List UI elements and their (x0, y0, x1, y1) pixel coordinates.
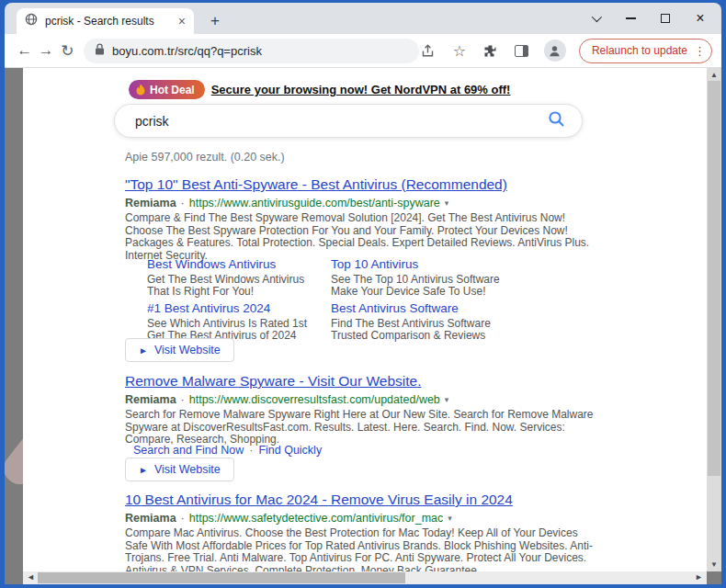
search-box (114, 104, 583, 138)
tab-title: pcrisk - Search results (45, 15, 171, 28)
chevron-down-icon[interactable]: ▾ (445, 198, 449, 208)
dot-separator: · (249, 444, 253, 457)
arrow-right-icon: ► (139, 345, 148, 356)
result-1-meta: Remiama · https://www.antivirusguide.com… (125, 197, 599, 209)
sponsored-label: Remiama (125, 512, 176, 525)
result-3-url: https://www.safetydetective.com/antiviru… (189, 512, 444, 525)
globe-icon (25, 13, 38, 29)
visit-website-button-2[interactable]: ► Visit Website (125, 458, 234, 481)
result-1-title-link[interactable]: "Top 10" Best Anti-Spyware - Best Antivi… (125, 176, 507, 193)
horizontal-scrollbar[interactable]: ◄ ► (23, 571, 707, 584)
scroll-up-icon[interactable]: ▲ (707, 71, 721, 79)
visit-website-button-1[interactable]: ► Visit Website (125, 338, 234, 362)
dot-separator: · (181, 512, 185, 525)
reload-icon[interactable]: ↻ (57, 39, 78, 62)
result-1-url: https://www.antivirusguide.com/best/anti… (189, 197, 440, 209)
scroll-left-icon[interactable]: ◄ (27, 572, 35, 582)
browser-window: pcrisk - Search results × + × ← → ↻ boyu… (0, 0, 726, 588)
result-3-description: Compare Mac Antivirus. Choose the Best P… (125, 527, 599, 571)
result-3-meta: Remiama · https://www.safetydetective.co… (125, 512, 599, 525)
sponsored-label: Remiama (125, 393, 176, 406)
search-icon[interactable] (548, 110, 565, 131)
tab-close-icon[interactable]: × (178, 15, 186, 28)
bookmark-star-icon[interactable]: ☆ (450, 41, 469, 60)
result-2-extra-links: Search and Find Now · Find Quickly (133, 444, 322, 457)
hot-deal-label: Hot Deal (150, 84, 195, 96)
search-results-page: Hot Deal Secure your browsing now! Get N… (23, 68, 707, 571)
new-tab-button[interactable]: + (204, 10, 226, 32)
hot-deal-badge: Hot Deal (129, 80, 205, 99)
tab-strip: pcrisk - Search results × + × (5, 3, 721, 34)
result-2: Remove Malware Spyware - Visit Our Websi… (125, 373, 599, 447)
sublink-item: Best Windows Antivirus Get The Best Wind… (147, 255, 331, 300)
address-bar[interactable]: boyu.com.tr/src/qq?q=pcrisk (84, 39, 419, 63)
tab-pcrisk[interactable]: pcrisk - Search results × (17, 8, 194, 34)
sublink-item: #1 Best Antivirus 2024 See Which Antivir… (147, 300, 331, 344)
sublink-description: Find The Best Antivirus Software Trusted… (331, 318, 505, 342)
arrow-right-icon: ► (139, 465, 148, 475)
back-icon[interactable]: ← (14, 39, 35, 62)
result-2-title-link[interactable]: Remove Malware Spyware - Visit Our Websi… (125, 373, 421, 390)
extra-link[interactable]: Search and Find Now (133, 444, 244, 457)
hot-deal-banner: Hot Deal Secure your browsing now! Get N… (129, 80, 510, 99)
sublink-description: See The Top 10 Antivirus Software Make Y… (331, 274, 505, 298)
scroll-right-icon[interactable]: ► (695, 572, 703, 582)
visit-website-label: Visit Website (154, 463, 221, 476)
close-window-button[interactable]: × (683, 3, 718, 34)
result-1: "Top 10" Best Anti-Spyware - Best Antivi… (125, 176, 599, 262)
sublink-title-link[interactable]: Best Antivirus Software (331, 301, 459, 315)
chevron-down-icon[interactable]: ▾ (445, 395, 449, 404)
side-panel-icon[interactable] (513, 41, 531, 60)
result-3-title-link[interactable]: 10 Best Antivirus for Mac 2024 - Remove … (125, 492, 513, 508)
sponsored-label: Remiama (125, 197, 176, 209)
visit-website-label: Visit Website (154, 344, 221, 356)
lock-icon (95, 42, 105, 59)
minimize-button[interactable] (613, 3, 648, 34)
horizontal-scroll-thumb[interactable] (38, 572, 405, 583)
share-icon[interactable] (419, 41, 437, 60)
result-2-meta: Remiama · https://www.discoverresultsfas… (125, 393, 599, 406)
scroll-down-icon[interactable]: ▼ (707, 560, 721, 569)
extensions-puzzle-icon[interactable] (482, 41, 500, 60)
vertical-scrollbar[interactable]: ▲ ▼ (707, 68, 721, 571)
nordvpn-offer-link[interactable]: Secure your browsing now! Get NordVPN at… (211, 83, 511, 96)
relaunch-label: Relaunch to update (592, 44, 687, 57)
tab-search-chevron-icon[interactable] (578, 3, 613, 34)
window-controls: × (578, 3, 718, 34)
profile-avatar[interactable] (544, 40, 566, 62)
relaunch-to-update-button[interactable]: Relaunch to update ⋮ (579, 39, 712, 63)
sublink-title-link[interactable]: #1 Best Antivirus 2024 (147, 301, 270, 315)
result-2-description: Search for Remove Malware Spyware Right … (125, 409, 599, 447)
dot-separator: · (181, 197, 185, 209)
url-text: boyu.com.tr/src/qq?q=pcrisk (112, 44, 262, 58)
result-2-url: https://www.discoverresultsfast.com/upda… (189, 393, 440, 406)
browser-toolbar: ← → ↻ boyu.com.tr/src/qq?q=pcrisk ☆ Rela… (5, 34, 721, 68)
chevron-down-icon[interactable]: ▾ (448, 514, 452, 523)
sublink-description: Get The Best Windows Antivirus That Is R… (147, 274, 322, 298)
extra-link[interactable]: Find Quickly (258, 444, 322, 457)
sublink-title-link[interactable]: Best Windows Antivirus (147, 257, 276, 271)
sublink-title-link[interactable]: Top 10 Antivirus (331, 257, 418, 271)
result-3: 10 Best Antivirus for Mac 2024 - Remove … (125, 492, 599, 571)
toolbar-right-icons: ☆ Relaunch to update ⋮ (419, 39, 712, 63)
kebab-menu-icon[interactable]: ⋮ (694, 44, 706, 58)
forward-icon[interactable]: → (35, 39, 56, 62)
results-stats: Apie 597,000 rezult. (0.20 sek.) (125, 151, 285, 164)
sublink-item: Top 10 Antivirus See The Top 10 Antiviru… (331, 255, 515, 300)
search-input[interactable] (135, 114, 548, 129)
maximize-button[interactable] (648, 3, 683, 34)
flame-icon (136, 84, 145, 96)
result-1-sublinks: Best Windows Antivirus Get The Best Wind… (147, 255, 515, 344)
vertical-scroll-thumb[interactable] (708, 81, 720, 476)
dot-separator: · (181, 393, 185, 406)
page-viewport: pcrisk.com Hot Deal Secure your browsing… (5, 68, 721, 584)
sublink-item: Best Antivirus Software Find The Best An… (331, 300, 515, 344)
